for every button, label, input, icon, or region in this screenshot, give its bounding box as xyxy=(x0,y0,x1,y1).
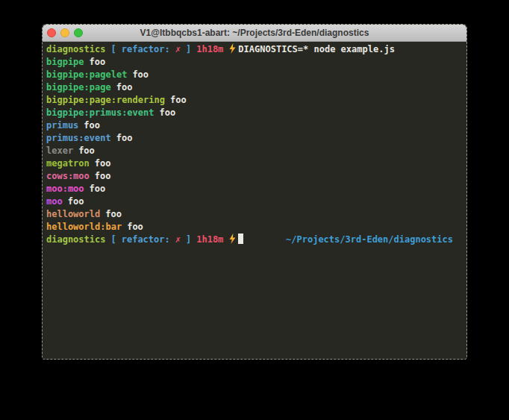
prompt-branch: refactor: xyxy=(122,234,170,245)
lightning-bolt-icon xyxy=(228,233,237,244)
prompt-name: diagnostics xyxy=(46,44,105,54)
log-message: foo xyxy=(90,57,106,67)
window-title: V1@ltbbqcbs1-abart: ~/Projects/3rd-Eden/… xyxy=(43,25,466,41)
prompt-line-bottom: diagnostics[refactor:✗]1h18m ~/Projects/… xyxy=(46,233,463,246)
command-text: DIAGNOSTICS=* node example.js xyxy=(238,44,395,54)
log-line: primus:eventfoo xyxy=(46,132,463,145)
log-line: bigpipefoo xyxy=(46,56,463,69)
log-message: foo xyxy=(116,82,133,93)
log-line: bigpipe:page:renderingfoo xyxy=(46,94,463,107)
prompt-close-bracket: ] xyxy=(186,234,191,245)
minimize-button[interactable] xyxy=(60,28,69,37)
dirty-mark-icon: ✗ xyxy=(175,44,181,54)
log-message: foo xyxy=(116,133,133,143)
log-line: bigpipe:pageletfoo xyxy=(46,69,463,81)
log-message: foo xyxy=(78,145,95,156)
log-line: megatronfoo xyxy=(46,157,463,170)
log-message: foo xyxy=(68,196,84,207)
log-line: moo:moofoo xyxy=(46,183,463,195)
log-namespace: lexer xyxy=(46,145,73,156)
log-message: foo xyxy=(84,120,100,131)
log-namespace: moo:moo xyxy=(46,184,84,194)
log-line: bigpipe:pagefoo xyxy=(46,81,463,94)
log-message: foo xyxy=(127,222,143,232)
prompt-open-bracket: [ xyxy=(110,234,116,245)
prompt-line-top: diagnostics[refactor:✗]1h18mDIAGNOSTICS=… xyxy=(46,43,463,56)
log-namespace: bigpipe xyxy=(46,57,84,67)
log-line: bigpipe:primus:eventfoo xyxy=(46,107,463,119)
log-namespace: megatron xyxy=(46,158,90,169)
titlebar[interactable]: V1@ltbbqcbs1-abart: ~/Projects/3rd-Eden/… xyxy=(43,25,466,42)
log-namespace: cows:moo xyxy=(46,171,90,181)
traffic-lights xyxy=(47,28,83,37)
log-line: lexerfoo xyxy=(46,145,463,157)
log-line: helloworldfoo xyxy=(46,208,463,221)
log-line: primusfoo xyxy=(46,119,463,132)
log-message: foo xyxy=(160,107,176,118)
log-line: cows:moofoo xyxy=(46,170,463,183)
dirty-mark-icon: ✗ xyxy=(175,234,181,245)
log-namespace: helloworld:bar xyxy=(46,222,122,232)
log-output: bigpipefoobigpipe:pageletfoobigpipe:page… xyxy=(46,56,463,233)
prompt-left: diagnostics[refactor:✗]1h18m xyxy=(46,233,243,246)
cursor-block xyxy=(238,233,243,244)
close-button[interactable] xyxy=(47,28,56,37)
log-message: foo xyxy=(170,95,187,105)
log-namespace: helloworld xyxy=(46,209,100,219)
log-namespace: bigpipe:page xyxy=(46,82,111,93)
log-message: foo xyxy=(105,209,122,219)
log-message: foo xyxy=(132,69,149,80)
prompt-open-bracket: [ xyxy=(110,44,116,54)
lightning-bolt-icon xyxy=(228,43,237,54)
terminal-window: V1@ltbbqcbs1-abart: ~/Projects/3rd-Eden/… xyxy=(42,24,467,360)
prompt-close-bracket: ] xyxy=(186,44,191,54)
prompt-elapsed: 1h18m xyxy=(196,44,223,54)
log-line: helloworld:barfoo xyxy=(46,221,463,233)
log-message: foo xyxy=(90,184,106,194)
log-namespace: moo xyxy=(46,196,63,207)
prompt-name: diagnostics xyxy=(46,234,105,245)
log-namespace: primus xyxy=(46,120,78,131)
log-namespace: bigpipe:primus:event xyxy=(46,107,154,118)
log-namespace: bigpipe:page:rendering xyxy=(46,95,165,105)
log-message: foo xyxy=(95,171,111,181)
log-namespace: bigpipe:pagelet xyxy=(46,69,127,80)
log-line: moofoo xyxy=(46,195,463,208)
terminal-screen[interactable]: diagnostics[refactor:✗]1h18mDIAGNOSTICS=… xyxy=(43,42,466,360)
cwd-path: ~/Projects/3rd-Eden/diagnostics xyxy=(286,233,453,246)
log-namespace: primus:event xyxy=(46,133,111,143)
prompt-elapsed: 1h18m xyxy=(196,234,223,245)
zoom-button[interactable] xyxy=(74,28,83,37)
log-message: foo xyxy=(95,158,111,169)
prompt-branch: refactor: xyxy=(122,44,170,54)
